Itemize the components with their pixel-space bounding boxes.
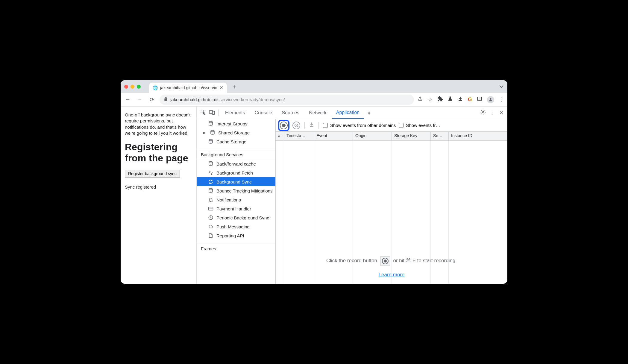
sidebar-item-shared-storage[interactable]: ▶ Shared Storage — [197, 128, 275, 137]
labs-icon[interactable] — [448, 96, 453, 103]
browser-toolbar: ← → ⟳ jakearchibald.github.io/isservicew… — [121, 93, 507, 107]
checkbox-other-domains[interactable]: Show events from other domains — [323, 123, 396, 128]
tab-console[interactable]: Console — [251, 107, 277, 119]
devtools-menu-icon[interactable]: ⋮ — [488, 110, 496, 116]
profile-button[interactable] — [487, 96, 494, 103]
checkbox-icon — [323, 123, 328, 128]
tab-application[interactable]: Application — [332, 107, 364, 119]
sidebar-group-background-services: Background Services — [197, 149, 275, 159]
address-bar[interactable]: jakearchibald.github.io/isserviceworkerr… — [160, 95, 414, 105]
star-icon[interactable]: ☆ — [428, 96, 433, 103]
browser-tab[interactable]: 🌐 jakearchibald.github.io/isservic ✕ — [149, 83, 227, 93]
new-tab-button[interactable]: ＋ — [229, 83, 240, 91]
col-instance-id[interactable]: Instance ID — [449, 132, 507, 140]
checkbox-other-frames[interactable]: Show events fr… — [399, 123, 440, 128]
forward-button[interactable]: → — [136, 96, 144, 103]
sidebar-item-bg-sync[interactable]: Background Sync — [197, 177, 275, 186]
svg-point-6 — [483, 111, 484, 113]
database-icon — [210, 130, 215, 135]
more-tabs-icon[interactable]: » — [365, 110, 373, 116]
sync-status: Sync registered — [125, 184, 192, 190]
events-table-body: Click the record button or hit ⌘ E to st… — [276, 141, 507, 284]
bg-sync-toolbar: Show events from other domains Show even… — [276, 119, 507, 132]
close-window-button[interactable] — [124, 85, 128, 89]
sidebar-item-bounce-tracking[interactable]: Bounce Tracking Mitigations — [197, 186, 275, 195]
tab-elements[interactable]: Elements — [221, 107, 249, 119]
devtools-body: Interest Groups ▶ Shared Storage Cache S… — [197, 119, 507, 284]
record-icon — [380, 256, 390, 266]
sidebar-item-push-messaging[interactable]: Push Messaging — [197, 222, 275, 231]
col-sw-scope[interactable]: Se… — [431, 132, 449, 140]
svg-point-8 — [211, 131, 214, 132]
database-icon — [208, 121, 213, 126]
side-panel-icon[interactable] — [477, 96, 482, 103]
expand-icon: ▶ — [203, 131, 207, 135]
svg-rect-5 — [213, 111, 215, 114]
document-icon — [208, 233, 213, 238]
svg-point-2 — [490, 98, 491, 99]
database-icon — [208, 139, 213, 144]
google-icon[interactable]: G — [468, 96, 472, 103]
save-events-button[interactable] — [309, 122, 314, 129]
reload-button[interactable]: ⟳ — [148, 96, 156, 103]
cloud-icon — [208, 224, 213, 229]
tab-title: jakearchibald.github.io/isservic — [160, 85, 217, 90]
maximize-window-button[interactable] — [137, 85, 141, 89]
record-button-highlight — [278, 120, 289, 131]
col-index[interactable]: # — [276, 132, 284, 140]
bell-icon — [208, 197, 213, 202]
database-icon — [208, 161, 213, 166]
page-heading: Registering from the page — [125, 142, 192, 164]
fetch-icon — [208, 170, 213, 175]
back-button[interactable]: ← — [124, 96, 132, 103]
svg-point-11 — [209, 189, 213, 190]
sidebar-group-frames: Frames — [197, 243, 275, 253]
sidebar-item-reporting-api[interactable]: Reporting API — [197, 231, 275, 240]
learn-more-link[interactable]: Learn more — [276, 272, 507, 278]
share-icon[interactable] — [418, 96, 423, 103]
col-origin[interactable]: Origin — [353, 132, 392, 140]
device-mode-icon[interactable] — [208, 110, 216, 116]
register-sync-button[interactable]: Register background sync — [125, 170, 180, 178]
content-area: One-off background sync doesn't require … — [121, 107, 507, 284]
devtools-main: Show events from other domains Show even… — [276, 119, 507, 284]
intro-text: One-off background sync doesn't require … — [125, 112, 192, 136]
menu-icon[interactable]: ⋮ — [499, 96, 504, 103]
record-button[interactable] — [280, 122, 288, 129]
tab-sources[interactable]: Sources — [277, 107, 304, 119]
minimize-window-button[interactable] — [131, 85, 134, 89]
devtools-tabs: Elements Console Sources Network Applica… — [197, 107, 507, 119]
close-tab-icon[interactable]: ✕ — [219, 85, 223, 91]
sidebar-item-interest-groups[interactable]: Interest Groups — [197, 119, 275, 128]
page-content: One-off background sync doesn't require … — [121, 107, 197, 284]
globe-icon: 🌐 — [153, 85, 158, 90]
card-icon — [208, 206, 213, 211]
sidebar-item-bfcache[interactable]: Back/forward cache — [197, 159, 275, 168]
col-storage-key[interactable]: Storage Key — [392, 132, 431, 140]
settings-icon[interactable] — [479, 109, 487, 116]
extensions-icon[interactable] — [437, 96, 443, 103]
database-icon — [208, 188, 213, 193]
avatar-icon — [487, 96, 494, 103]
inspect-icon[interactable] — [199, 110, 207, 116]
tabs-menu-button[interactable] — [499, 84, 504, 89]
window-controls — [124, 85, 141, 89]
close-devtools-icon[interactable]: ✕ — [497, 110, 505, 116]
sidebar-item-bg-fetch[interactable]: Background Fetch — [197, 168, 275, 177]
col-timestamp[interactable]: Timesta… — [284, 132, 314, 140]
svg-point-9 — [209, 139, 213, 141]
download-icon[interactable] — [458, 96, 463, 103]
sidebar-item-periodic-sync[interactable]: Periodic Background Sync — [197, 213, 275, 222]
lock-icon — [164, 97, 168, 102]
sidebar-item-notifications[interactable]: Notifications — [197, 195, 275, 204]
sidebar-item-payment-handler[interactable]: Payment Handler — [197, 204, 275, 213]
col-event[interactable]: Event — [314, 132, 353, 140]
svg-point-7 — [209, 122, 213, 123]
svg-rect-0 — [477, 97, 482, 101]
clock-icon — [208, 215, 213, 220]
tab-network[interactable]: Network — [305, 107, 331, 119]
svg-point-10 — [209, 162, 213, 163]
sidebar-item-cache-storage[interactable]: Cache Storage — [197, 137, 275, 146]
clear-button[interactable] — [292, 122, 300, 129]
browser-window: 🌐 jakearchibald.github.io/isservic ✕ ＋ ←… — [121, 80, 507, 284]
